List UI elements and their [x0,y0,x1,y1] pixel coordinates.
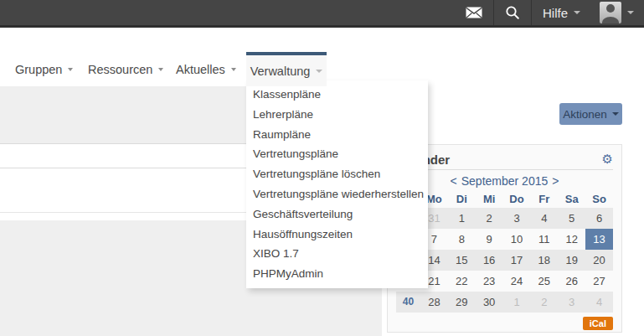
dropdown-item[interactable]: Raumpläne [246,125,428,145]
chevron-down-icon [158,68,163,71]
nav-item-aktuelles[interactable]: Aktuelles [176,52,236,86]
day-cell[interactable]: 15 [448,250,476,271]
nav-label: Aktuelles [176,63,225,76]
calendar-grid: MoDiMiDoFrSaSo31123456789101112131415161… [396,191,613,313]
main-nav: Gruppen Ressourcen Aktuelles Verwaltung [0,28,644,86]
avatar-head [606,4,615,13]
month-label: September 2015 [461,174,549,188]
day-cell[interactable]: 1 [503,292,531,313]
day-cell[interactable]: 11 [530,229,558,250]
day-cell[interactable]: 28 [420,292,448,313]
nav-item-verwaltung[interactable]: Verwaltung [246,52,327,86]
day-cell[interactable]: 18 [530,250,558,271]
nav-label: Gruppen [15,63,62,76]
day-header: Di [448,191,476,208]
user-menu[interactable] [591,0,637,25]
day-cell[interactable]: 20 [585,250,613,271]
day-cell[interactable]: 8 [448,229,476,250]
top-bar-actions: Hilfe [455,0,637,25]
page: Hilfe Gruppen Ressourcen Aktuelles [0,0,644,336]
dropdown-item[interactable]: Vertretungspläne [246,144,428,164]
day-cell[interactable]: 13 [585,229,613,250]
day-header: Mi [476,191,503,208]
chevron-down-icon [231,68,236,71]
avatar-torso [602,17,619,23]
day-cell[interactable]: 3 [558,292,585,313]
day-cell[interactable]: 23 [476,271,503,292]
month-navigation: < September 2015 > [396,173,613,189]
next-month-button[interactable]: > [548,174,563,188]
day-cell[interactable]: 6 [585,208,613,229]
chevron-down-icon [68,68,73,71]
day-cell[interactable]: 25 [530,271,558,292]
day-cell[interactable]: 12 [558,229,585,250]
day-cell[interactable]: 4 [585,292,613,313]
aktionen-label: Aktionen [563,108,607,121]
chevron-down-icon [627,11,634,14]
search-button[interactable] [494,0,531,25]
day-cell[interactable]: 26 [558,271,585,292]
day-cell[interactable]: 2 [530,292,558,313]
divider [396,169,613,170]
help-menu[interactable]: Hilfe [532,0,591,25]
nav-item-gruppen[interactable]: Gruppen [15,52,73,86]
mail-button[interactable] [455,0,493,25]
day-cell[interactable]: 17 [503,250,531,271]
day-header: So [585,191,613,208]
day-cell[interactable]: 30 [476,292,503,313]
mail-icon [466,7,482,18]
verwaltung-dropdown: KlassenpläneLehrerpläneRaumpläneVertretu… [246,80,428,288]
day-cell[interactable]: 27 [585,271,613,292]
dropdown-item[interactable]: Geschäftsverteilung [246,204,428,225]
nav-label: Ressourcen [88,63,152,76]
day-cell[interactable]: 5 [558,208,585,229]
day-header: Sa [558,191,585,208]
dropdown-item[interactable]: Vertretungspläne wiederherstellen [246,184,428,204]
dropdown-item[interactable]: Lehrerpläne [246,105,428,125]
dropdown-item[interactable]: Klassenpläne [246,85,428,105]
ical-button[interactable]: iCal [583,317,613,330]
chevron-down-icon [612,112,619,116]
help-label: Hilfe [543,6,568,20]
avatar [600,2,621,23]
chevron-down-icon [316,70,322,73]
dropdown-item[interactable]: PHPMyAdmin [246,264,428,284]
day-cell[interactable]: 2 [476,208,503,229]
aktionen-button[interactable]: Aktionen [559,103,622,125]
day-header: Do [503,191,531,208]
top-bar: Hilfe [0,0,644,28]
chevron-down-icon [574,11,580,14]
prev-month-button[interactable]: < [446,174,461,188]
day-cell[interactable]: 10 [503,229,531,250]
nav-item-ressourcen[interactable]: Ressourcen [88,52,163,86]
nav-label: Verwaltung [250,65,311,78]
dropdown-item[interactable]: Hausöffnungszeiten [246,225,428,245]
dropdown-item[interactable]: XIBO 1.7 [246,244,428,264]
day-cell[interactable]: 9 [476,229,503,250]
search-icon [505,5,520,20]
calendar-panel-header: Kalender ⚙ [396,152,613,167]
day-cell[interactable]: 19 [558,250,585,271]
week-number: 40 [396,292,420,313]
dropdown-item[interactable]: Vertretungspläne löschen [246,164,428,184]
day-cell[interactable]: 3 [503,208,531,229]
day-header: Fr [530,191,558,208]
day-cell[interactable]: 29 [448,292,476,313]
day-cell[interactable]: 4 [530,208,558,229]
day-cell[interactable]: 1 [448,208,476,229]
calendar-footer: iCal [396,313,613,334]
day-cell[interactable]: 24 [503,271,531,292]
day-cell[interactable]: 16 [476,250,503,271]
day-cell[interactable]: 22 [448,271,476,292]
gear-icon[interactable]: ⚙ [602,153,613,166]
